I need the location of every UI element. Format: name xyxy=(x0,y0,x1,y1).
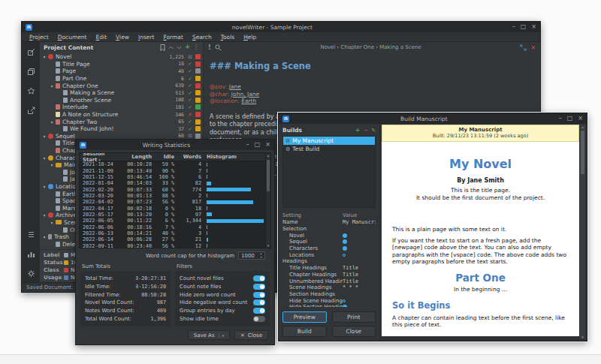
tree-item[interactable]: Title Page 19 xyxy=(40,61,203,68)
setting-row[interactable]: Name My Manuscript xyxy=(282,219,376,226)
col-histogram[interactable]: Histogram xyxy=(201,154,265,160)
col-length[interactable]: Length xyxy=(119,154,152,160)
preview-scrollbar[interactable]: ▴▾ xyxy=(580,125,585,339)
expand-arrow-icon[interactable]: ▾ xyxy=(49,119,55,125)
menu-item[interactable]: Search xyxy=(188,34,216,41)
tree-item[interactable]: A Note on Structure 346 xyxy=(40,111,203,119)
session-row[interactable]: 2022-06-14 00:06:28 27 % 21 xyxy=(80,236,265,242)
menu-item[interactable]: Tools xyxy=(216,34,239,41)
tree-item[interactable]: ▾ Chapter Two 65 xyxy=(40,118,203,125)
tree-item[interactable]: ▾ Chapter One 639 xyxy=(40,82,203,89)
scrollbar-thumb[interactable] xyxy=(581,131,584,174)
setting-row[interactable]: Novel xyxy=(282,232,376,239)
menu-item[interactable]: Project xyxy=(25,34,53,41)
filter-toggle[interactable] xyxy=(253,316,265,322)
setting-row[interactable]: Headings xyxy=(282,258,376,265)
build-list-item[interactable]: ⚙ My Manuscript xyxy=(283,137,375,145)
session-row[interactable]: 2022-05-17 00:13:20 0 % 97 xyxy=(80,212,265,218)
tag-value-link[interactable]: Earth xyxy=(241,98,256,104)
maximize-editor-icon[interactable] xyxy=(520,44,527,51)
build-action-button[interactable]: Close xyxy=(332,326,376,337)
expand-arrow-icon[interactable]: ▾ xyxy=(41,134,47,139)
setting-row[interactable]: Sequel xyxy=(282,239,376,245)
session-row[interactable]: 2022-04-17 00:02:18 0 % 18 xyxy=(80,205,265,211)
search-icon[interactable] xyxy=(215,44,222,51)
kebab-menu-icon[interactable]: ⋮ xyxy=(193,44,199,50)
build-action-button[interactable]: Preview xyxy=(282,311,327,323)
build-action-button[interactable]: Print xyxy=(332,311,376,323)
close-icon[interactable]: × xyxy=(531,24,536,30)
filter-toggle[interactable] xyxy=(253,275,265,281)
session-row[interactable]: 2021-12-15 03:46:54 100 % 6 xyxy=(80,174,265,180)
expand-arrow-icon[interactable]: ▾ xyxy=(41,184,47,189)
close-icon[interactable]: × xyxy=(265,142,270,148)
histogram-cap-spinner[interactable]: 1000 ▴▾ xyxy=(238,251,265,260)
dropdown-arrow-icon[interactable]: ▾ xyxy=(219,333,225,338)
col-idle[interactable]: Idle xyxy=(152,154,174,160)
add-build-icon[interactable]: + xyxy=(355,128,361,134)
filter-toggle[interactable] xyxy=(253,292,265,298)
setting-row[interactable]: Characters xyxy=(282,245,376,252)
menu-item[interactable]: Edit xyxy=(92,34,112,41)
expand-arrow-icon[interactable]: ▾ xyxy=(41,155,47,161)
setting-row[interactable]: Locations xyxy=(282,251,376,258)
tree-item[interactable]: Interlude 101 xyxy=(40,104,203,111)
setting-row[interactable]: Scene Headings * * * xyxy=(282,284,376,291)
minimize-icon[interactable]: – xyxy=(246,142,249,148)
edit-build-icon[interactable]: ✎ xyxy=(371,128,376,134)
tree-item[interactable]: Part One 6 xyxy=(40,75,203,83)
close-icon[interactable]: × xyxy=(578,116,583,122)
session-row[interactable]: 2022-04-02 00:07:23 56 % 817 xyxy=(80,199,265,205)
tag-value-link[interactable]: John, Jane xyxy=(231,91,259,98)
settings-gear-icon[interactable] xyxy=(27,269,35,278)
minimize-icon[interactable]: – xyxy=(559,116,562,122)
notes-icon[interactable]: ! xyxy=(208,44,211,51)
expand-arrow-icon[interactable]: ▾ xyxy=(41,54,47,59)
session-row[interactable]: 2021-11-09 00:13:49 90 % 7 xyxy=(80,167,265,173)
setting-row[interactable]: Hide Scene Headings xyxy=(282,297,376,304)
setting-row[interactable]: Section Headings xyxy=(282,291,376,298)
maximize-icon[interactable]: □ xyxy=(521,24,527,30)
documents-icon[interactable] xyxy=(27,68,35,76)
expand-arrow-icon[interactable]: ▾ xyxy=(41,212,47,218)
move-down-icon[interactable] xyxy=(177,45,182,50)
add-item-icon[interactable]: + xyxy=(185,44,190,50)
expand-arrow-icon[interactable]: ▾ xyxy=(49,83,55,89)
spinner-arrows-icon[interactable]: ▴▾ xyxy=(258,252,264,259)
maximize-icon[interactable]: □ xyxy=(255,142,261,148)
remove-build-icon[interactable]: − xyxy=(363,128,368,134)
filter-toggle[interactable] xyxy=(253,299,265,305)
maximize-icon[interactable]: □ xyxy=(567,116,573,122)
build-action-button[interactable]: Build xyxy=(282,326,327,337)
setting-row[interactable]: Chapter Headings Title xyxy=(282,272,376,278)
setting-row[interactable]: Unnumbered Headings Title xyxy=(282,278,376,284)
tree-item[interactable]: Making a Scene 513 xyxy=(40,89,203,97)
sessions-table[interactable]: Session Start▾ Length Idle Words Histogr… xyxy=(79,152,271,248)
move-up-icon[interactable] xyxy=(168,45,174,50)
session-row[interactable]: 2022-02-20 00:07:33 60 % 774 xyxy=(80,186,265,192)
tree-item[interactable]: ▾ Novel 1,225 xyxy=(40,53,203,61)
menu-item[interactable]: Insert xyxy=(134,34,159,41)
filter-toggle[interactable] xyxy=(253,308,265,314)
expand-arrow-icon[interactable]: ▾ xyxy=(49,162,55,167)
expand-arrow-icon[interactable]: ▾ xyxy=(41,234,47,239)
stats-chart-icon[interactable] xyxy=(27,250,35,258)
session-row[interactable]: 2022-06-05 00:11:22 6 % 1,344 xyxy=(80,218,265,224)
table-scrollbar[interactable]: ▴▾ xyxy=(265,153,270,248)
details-list-icon[interactable] xyxy=(27,230,35,239)
session-row[interactable]: 2021-10-24 00:10:28 59 % 4 xyxy=(80,161,265,167)
save-as-button[interactable]: Save As▾ xyxy=(188,330,230,340)
bookmark-icon[interactable] xyxy=(160,44,165,51)
tree-item[interactable]: We Found John! 37 xyxy=(40,125,203,133)
setting-row[interactable]: Hide Section Headings xyxy=(282,304,376,307)
close-button[interactable]: ✕Close xyxy=(234,330,268,340)
session-row[interactable]: 2022-01-04 00:14:03 33 % 82 xyxy=(80,180,265,186)
session-row[interactable]: 2022-06-13 00:14:21 40 % 3 xyxy=(80,230,265,236)
expand-arrow-icon[interactable]: ▾ xyxy=(49,220,55,225)
setting-row[interactable]: Selection xyxy=(282,226,376,233)
session-row[interactable]: 2022-09-11 00:23:40 56 % 12 xyxy=(80,242,265,248)
session-row[interactable]: 2022-06-06 00:18:16 7 % 4 xyxy=(80,224,265,230)
menu-item[interactable]: Help xyxy=(239,34,261,41)
menu-item[interactable]: Document xyxy=(53,34,92,41)
star-icon[interactable] xyxy=(27,87,35,95)
